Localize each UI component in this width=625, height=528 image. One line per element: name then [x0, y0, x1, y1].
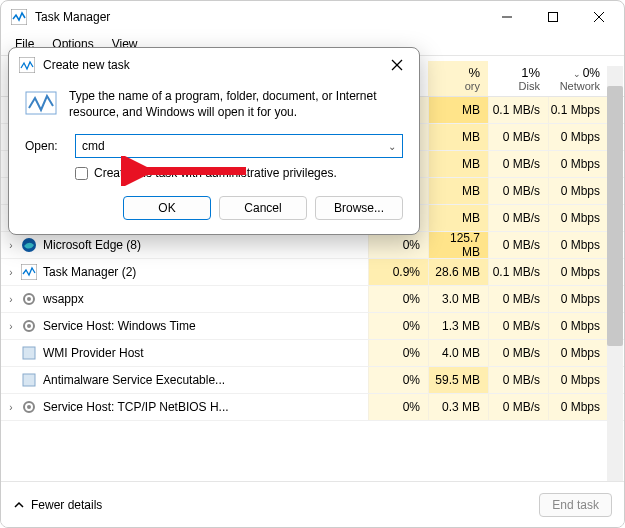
network-cell: 0 Mbps	[548, 178, 608, 204]
expand-icon[interactable]: ›	[1, 402, 21, 413]
cpu-cell: 0%	[368, 367, 428, 393]
disk-cell: 0 MB/s	[488, 367, 548, 393]
dialog-title: Create new task	[43, 58, 383, 72]
window-title: Task Manager	[35, 10, 484, 24]
taskmgr-icon	[11, 9, 27, 25]
table-row[interactable]: ›Service Host: TCP/IP NetBIOS H...0%0.3 …	[1, 394, 624, 421]
disk-cell: 0 MB/s	[488, 232, 548, 258]
memory-cell: MB	[428, 124, 488, 150]
network-cell: 0 Mbps	[548, 124, 608, 150]
svg-point-14	[27, 405, 31, 409]
network-cell: 0.1 Mbps	[548, 97, 608, 123]
disk-cell: 0 MB/s	[488, 205, 548, 231]
process-name: wsappx	[43, 292, 368, 306]
process-icon	[21, 399, 37, 415]
process-name: WMI Provider Host	[43, 346, 368, 360]
expand-icon[interactable]: ›	[1, 267, 21, 278]
process-name: Antimalware Service Executable...	[43, 373, 368, 387]
admin-label: Create this task with administrative pri…	[94, 166, 337, 180]
browse-button[interactable]: Browse...	[315, 196, 403, 220]
disk-cell: 0 MB/s	[488, 394, 548, 420]
disk-cell: 0 MB/s	[488, 151, 548, 177]
network-cell: 0 Mbps	[548, 313, 608, 339]
scrollbar-thumb[interactable]	[607, 86, 623, 346]
header-disk[interactable]: 1% Disk	[488, 61, 548, 96]
cpu-cell: 0%	[368, 340, 428, 366]
expand-icon[interactable]: ›	[1, 240, 21, 251]
svg-rect-2	[549, 13, 558, 22]
svg-rect-11	[23, 347, 35, 359]
network-cell: 0 Mbps	[548, 259, 608, 285]
process-icon	[21, 291, 37, 307]
network-cell: 0 Mbps	[548, 367, 608, 393]
process-icon	[21, 318, 37, 334]
memory-cell: MB	[428, 178, 488, 204]
footer-bar: Fewer details End task	[1, 481, 624, 527]
svg-rect-12	[23, 374, 35, 386]
fewer-details-button[interactable]: Fewer details	[13, 498, 102, 512]
process-name: Service Host: TCP/IP NetBIOS H...	[43, 400, 368, 414]
expand-icon[interactable]: ›	[1, 294, 21, 305]
cancel-button[interactable]: Cancel	[219, 196, 307, 220]
open-label: Open:	[25, 139, 65, 153]
cpu-cell: 0%	[368, 286, 428, 312]
run-large-icon	[25, 88, 57, 120]
admin-checkbox[interactable]	[75, 167, 88, 180]
table-row[interactable]: Antimalware Service Executable...0%59.5 …	[1, 367, 624, 394]
table-row[interactable]: ›Service Host: Windows Time0%1.3 MB0 MB/…	[1, 313, 624, 340]
cpu-cell: 0%	[368, 232, 428, 258]
expand-icon[interactable]: ›	[1, 321, 21, 332]
network-cell: 0 Mbps	[548, 394, 608, 420]
disk-cell: 0.1 MB/s	[488, 259, 548, 285]
dialog-close-button[interactable]	[383, 51, 411, 79]
svg-rect-15	[19, 57, 35, 73]
sort-indicator-icon: ⌄	[573, 69, 581, 79]
disk-cell: 0 MB/s	[488, 340, 548, 366]
memory-cell: 125.7 MB	[428, 232, 488, 258]
network-cell: 0 Mbps	[548, 286, 608, 312]
process-name: Service Host: Windows Time	[43, 319, 368, 333]
table-row[interactable]: ›Task Manager (2)0.9%28.6 MB0.1 MB/s0 Mb…	[1, 259, 624, 286]
process-name: Microsoft Edge (8)	[43, 238, 368, 252]
cpu-cell: 0%	[368, 313, 428, 339]
disk-cell: 0 MB/s	[488, 178, 548, 204]
minimize-button[interactable]	[484, 1, 530, 33]
svg-point-10	[27, 324, 31, 328]
end-task-button[interactable]: End task	[539, 493, 612, 517]
disk-cell: 0 MB/s	[488, 124, 548, 150]
dialog-description: Type the name of a program, folder, docu…	[69, 88, 403, 120]
memory-cell: 3.0 MB	[428, 286, 488, 312]
close-button[interactable]	[576, 1, 622, 33]
table-row[interactable]: WMI Provider Host0%4.0 MB0 MB/s0 Mbps	[1, 340, 624, 367]
chevron-down-icon[interactable]: ⌄	[388, 141, 396, 152]
open-input[interactable]: cmd ⌄	[75, 134, 403, 158]
memory-cell: 0.3 MB	[428, 394, 488, 420]
disk-cell: 0.1 MB/s	[488, 97, 548, 123]
memory-cell: 4.0 MB	[428, 340, 488, 366]
network-cell: 0 Mbps	[548, 340, 608, 366]
memory-cell: 59.5 MB	[428, 367, 488, 393]
network-cell: 0 Mbps	[548, 151, 608, 177]
ok-button[interactable]: OK	[123, 196, 211, 220]
header-memory[interactable]: % ory	[428, 61, 488, 96]
disk-cell: 0 MB/s	[488, 286, 548, 312]
process-icon	[21, 372, 37, 388]
table-row[interactable]: ›wsappx0%3.0 MB0 MB/s0 Mbps	[1, 286, 624, 313]
disk-cell: 0 MB/s	[488, 313, 548, 339]
memory-cell: 28.6 MB	[428, 259, 488, 285]
network-cell: 0 Mbps	[548, 232, 608, 258]
header-network[interactable]: ⌄0% Network	[548, 61, 608, 96]
process-name: Task Manager (2)	[43, 265, 368, 279]
cpu-cell: 0.9%	[368, 259, 428, 285]
process-icon	[21, 345, 37, 361]
cpu-cell: 0%	[368, 394, 428, 420]
memory-cell: 1.3 MB	[428, 313, 488, 339]
create-task-dialog: Create new task Type the name of a progr…	[8, 47, 420, 235]
run-dialog-icon	[19, 57, 35, 73]
window-titlebar: Task Manager	[1, 1, 624, 33]
table-row[interactable]: ›Microsoft Edge (8)0%125.7 MB0 MB/s0 Mbp…	[1, 232, 624, 259]
memory-cell: MB	[428, 97, 488, 123]
maximize-button[interactable]	[530, 1, 576, 33]
network-cell: 0 Mbps	[548, 205, 608, 231]
svg-point-8	[27, 297, 31, 301]
